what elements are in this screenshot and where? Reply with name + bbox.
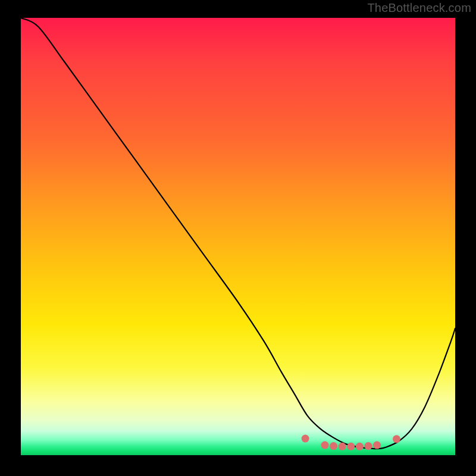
highlight-dot [302, 435, 309, 443]
highlight-dot [373, 441, 381, 449]
highlight-dot [330, 442, 337, 450]
curve-svg [21, 18, 455, 455]
highlight-dot [321, 441, 329, 449]
highlight-dot [356, 443, 364, 450]
plot-area [21, 18, 455, 455]
bottleneck-curve-path [21, 18, 455, 449]
highlight-dot [393, 435, 400, 443]
highlight-dot [339, 443, 346, 450]
highlight-dot [365, 442, 372, 450]
chart-stage: TheBottleneck.com [0, 0, 476, 476]
highlight-dot [347, 443, 355, 450]
watermark-text: TheBottleneck.com [367, 1, 471, 15]
